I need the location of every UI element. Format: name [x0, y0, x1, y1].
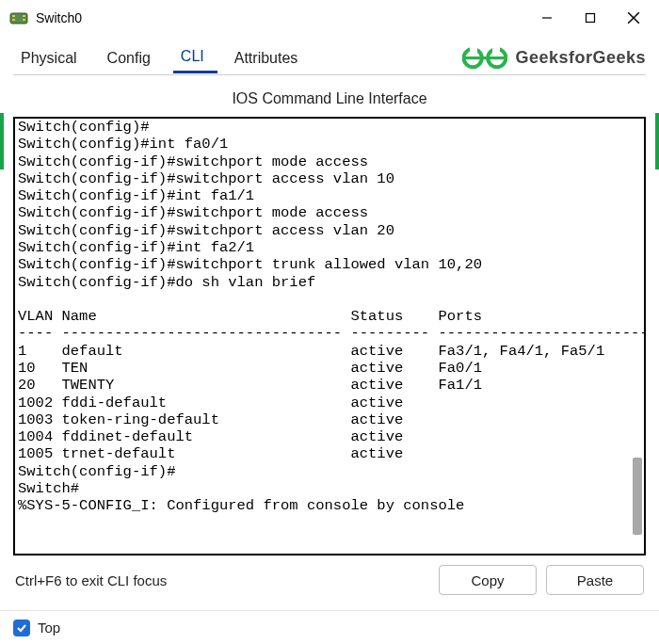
brand-text: GeeksforGeeks	[515, 48, 646, 68]
terminal-scrollbar[interactable]	[633, 458, 642, 535]
top-checkbox[interactable]	[13, 620, 30, 636]
tab-attributes[interactable]: Attributes	[227, 44, 312, 72]
tab-cli[interactable]: CLI	[173, 42, 217, 73]
copy-button[interactable]: Copy	[439, 565, 537, 595]
svg-rect-1	[12, 15, 15, 17]
close-button[interactable]	[612, 3, 655, 33]
tab-physical[interactable]: Physical	[13, 44, 90, 72]
window-controls	[525, 3, 655, 33]
titlebar: Switch0	[0, 0, 659, 36]
window-edge-left	[0, 113, 4, 169]
geeksforgeeks-logo-icon	[462, 45, 507, 72]
bottom-bar: Top	[0, 610, 659, 644]
brand: GeeksforGeeks	[462, 45, 646, 72]
cli-footer: Ctrl+F6 to exit CLI focus Copy Paste	[13, 555, 646, 595]
svg-rect-2	[12, 19, 15, 21]
top-checkbox-label: Top	[38, 620, 60, 636]
svg-rect-4	[23, 19, 25, 21]
cli-focus-hint: Ctrl+F6 to exit CLI focus	[15, 572, 429, 588]
app-body: Physical Config CLI Attributes GeeksforG…	[0, 36, 659, 595]
cli-panel: IOS Command Line Interface Switch(config…	[13, 75, 646, 595]
terminal-output[interactable]: Switch(config)# Switch(config)#int fa0/1…	[13, 117, 646, 555]
svg-rect-12	[470, 45, 477, 56]
window-edge-right	[655, 113, 659, 169]
window-title: Switch0	[36, 10, 525, 25]
app-icon	[9, 8, 28, 27]
svg-rect-6	[587, 14, 595, 23]
svg-rect-13	[492, 45, 500, 56]
paste-button[interactable]: Paste	[546, 565, 644, 595]
svg-rect-0	[10, 13, 27, 24]
minimize-button[interactable]	[525, 3, 569, 33]
cli-heading: IOS Command Line Interface	[13, 83, 646, 117]
tab-config[interactable]: Config	[100, 44, 164, 72]
maximize-button[interactable]	[569, 3, 612, 33]
svg-rect-11	[464, 56, 506, 58]
svg-rect-3	[23, 15, 25, 17]
terminal-wrapper: Switch(config)# Switch(config)#int fa0/1…	[13, 117, 646, 555]
tab-bar: Physical Config CLI Attributes GeeksforG…	[13, 41, 646, 75]
